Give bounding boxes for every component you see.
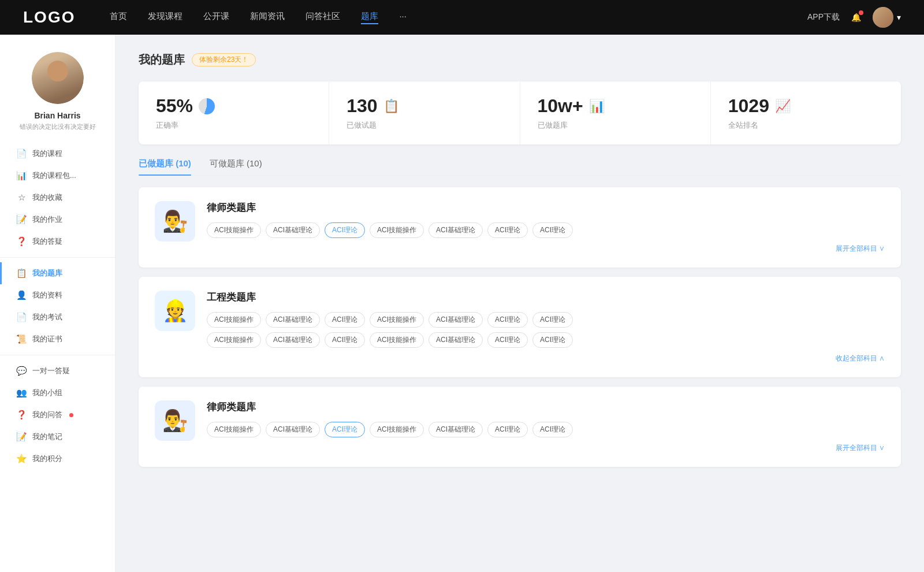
sidebar-item-favorites[interactable]: ☆ 我的收藏 [0, 187, 115, 209]
doc-icon: 📋 [383, 99, 399, 114]
tag-item-active[interactable]: ACI理论 [325, 422, 365, 437]
app-download-button[interactable]: APP下载 [807, 12, 840, 23]
sidebar-item-exams[interactable]: 📄 我的考试 [0, 306, 115, 328]
tag-item[interactable]: ACI基础理论 [266, 312, 320, 328]
profile-name: Brian Harris [34, 111, 80, 120]
stat-rank: 1029 📈 全站排名 [711, 81, 901, 144]
tag-item[interactable]: ACI理论 [532, 332, 573, 348]
main-content: 我的题库 体验剩余23天！ 55% 正确率 130 📋 已做试题 [116, 35, 924, 572]
qbank-icon: 📋 [16, 268, 27, 278]
tag-item[interactable]: ACI技能操作 [207, 222, 261, 238]
sidebar-item-label: 我的题库 [32, 268, 62, 278]
expand-link-2[interactable]: 展开全部科目 ∨ [207, 443, 885, 453]
collapse-link[interactable]: 收起全部科目 ∧ [207, 354, 885, 363]
avatar-image [32, 52, 84, 104]
sidebar-item-notes[interactable]: 📝 我的笔记 [0, 426, 115, 448]
sidebar-item-label: 我的课程 [32, 148, 62, 159]
tag-item[interactable]: ACI理论 [325, 332, 365, 348]
qbank-card-header: 👷 工程类题库 ACI技能操作 ACI基础理论 ACI理论 ACI技能操作 AC… [155, 291, 885, 363]
sidebar-item-label: 我的证书 [32, 334, 62, 344]
logo[interactable]: LOGO [23, 8, 75, 27]
nav-more[interactable]: ··· [399, 11, 407, 24]
tag-item[interactable]: ACI技能操作 [207, 312, 261, 328]
sidebar-item-label: 我的课程包... [32, 170, 76, 181]
user-avatar-area[interactable]: ▾ [873, 7, 901, 28]
sidebar-divider-2 [0, 355, 115, 355]
tag-item-active[interactable]: ACI理论 [325, 222, 365, 238]
tag-item[interactable]: ACI理论 [487, 332, 528, 348]
sidebar-item-questions[interactable]: ❓ 我的答疑 [0, 231, 115, 252]
nav-qa[interactable]: 问答社区 [305, 11, 340, 24]
expand-link[interactable]: 展开全部科目 ∨ [207, 244, 885, 254]
tag-item[interactable]: ACI技能操作 [207, 332, 261, 348]
notification-bell[interactable]: 🔔 [851, 13, 861, 22]
tag-item[interactable]: ACI理论 [487, 422, 528, 437]
nav-opencourse[interactable]: 公开课 [203, 11, 229, 24]
sidebar-item-qbank[interactable]: 📋 我的题库 [0, 262, 115, 284]
tag-item[interactable]: ACI基础理论 [429, 332, 483, 348]
tab-available-banks[interactable]: 可做题库 (10) [210, 158, 262, 175]
question-icon: ❓ [16, 236, 27, 247]
sidebar-item-label: 我的积分 [32, 454, 62, 464]
qbank-tags-row1: ACI技能操作 ACI基础理论 ACI理论 ACI技能操作 ACI基础理论 AC… [207, 312, 885, 328]
sidebar-item-course-packages[interactable]: 📊 我的课程包... [0, 165, 115, 187]
qbank-tags: ACI技能操作 ACI基础理论 ACI理论 ACI技能操作 ACI基础理论 AC… [207, 422, 885, 437]
page-title: 我的题库 [139, 52, 185, 68]
tag-item[interactable]: ACI技能操作 [207, 422, 261, 437]
tag-item[interactable]: ACI基础理论 [429, 312, 483, 328]
tab-done-banks[interactable]: 已做题库 (10) [139, 158, 191, 175]
tag-item[interactable]: ACI理论 [487, 222, 528, 238]
nav-qbank[interactable]: 题库 [361, 11, 378, 24]
sidebar-item-courses[interactable]: 📄 我的课程 [0, 143, 115, 165]
nav-home[interactable]: 首页 [110, 11, 127, 24]
tag-item[interactable]: ACI技能操作 [370, 312, 424, 328]
navbar: LOGO 首页 发现课程 公开课 新闻资讯 问答社区 题库 ··· APP下载 … [0, 0, 924, 35]
tag-item[interactable]: ACI基础理论 [266, 332, 320, 348]
sidebar-item-label: 我的作业 [32, 214, 62, 225]
tag-item[interactable]: ACI基础理论 [266, 422, 320, 437]
tag-item[interactable]: ACI理论 [532, 422, 573, 437]
tag-item[interactable]: ACI技能操作 [370, 422, 424, 437]
page-header: 我的题库 体验剩余23天！ [139, 52, 901, 68]
tag-item[interactable]: ACI基础理论 [266, 222, 320, 238]
stats-row: 55% 正确率 130 📋 已做试题 10w+ 📊 已做题库 [139, 81, 901, 144]
tag-item[interactable]: ACI理论 [532, 222, 573, 238]
nav-news[interactable]: 新闻资讯 [250, 11, 285, 24]
tag-item[interactable]: ACI基础理论 [429, 422, 483, 437]
tag-item[interactable]: ACI理论 [532, 312, 573, 328]
qbank-icon-wrap: 👨‍⚖️ [155, 201, 195, 242]
stat-value-accuracy: 55% [156, 95, 193, 117]
star-icon: ☆ [16, 192, 27, 203]
qbank-tags-row2: ACI技能操作 ACI基础理论 ACI理论 ACI技能操作 ACI基础理论 AC… [207, 332, 885, 348]
nav-discover[interactable]: 发现课程 [148, 11, 182, 24]
tag-item[interactable]: ACI技能操作 [370, 332, 424, 348]
stat-top: 130 📋 [346, 95, 502, 117]
sidebar: Brian Harris 错误的决定比没有决定要好 📄 我的课程 📊 我的课程包… [0, 35, 116, 572]
engineer-icon: 👷 [162, 299, 188, 323]
chart-icon: 📈 [775, 99, 791, 114]
sidebar-item-certificate[interactable]: 📜 我的证书 [0, 328, 115, 350]
chat-icon: 💬 [16, 366, 27, 376]
sidebar-item-label: 我的考试 [32, 312, 62, 322]
stat-label-accuracy: 正确率 [156, 120, 311, 131]
sidebar-item-myanswers[interactable]: ❓ 我的问答 [0, 404, 115, 426]
sidebar-item-profile[interactable]: 👤 我的资料 [0, 284, 115, 306]
sidebar-item-points[interactable]: ⭐ 我的积分 [0, 448, 115, 470]
sidebar-item-label: 我的小组 [32, 388, 62, 398]
answer-icon: ❓ [16, 410, 27, 420]
sidebar-item-groups[interactable]: 👥 我的小组 [0, 382, 115, 404]
stat-top: 10w+ 📊 [538, 95, 693, 117]
stat-accuracy: 55% 正确率 [139, 81, 329, 144]
stat-label-rank: 全站排名 [728, 120, 884, 131]
lawyer-icon-2: 👨‍⚖️ [162, 408, 188, 433]
homework-icon: 📝 [16, 214, 27, 225]
avatar [873, 7, 893, 28]
tag-item[interactable]: ACI技能操作 [370, 222, 424, 238]
tag-item[interactable]: ACI基础理论 [429, 222, 483, 238]
sidebar-item-1on1[interactable]: 💬 一对一答疑 [0, 360, 115, 382]
sidebar-item-homework[interactable]: 📝 我的作业 [0, 209, 115, 231]
tag-item[interactable]: ACI理论 [487, 312, 528, 328]
stat-value-banks: 10w+ [538, 95, 583, 117]
tag-item[interactable]: ACI理论 [325, 312, 365, 328]
list-icon: 📊 [589, 99, 605, 114]
